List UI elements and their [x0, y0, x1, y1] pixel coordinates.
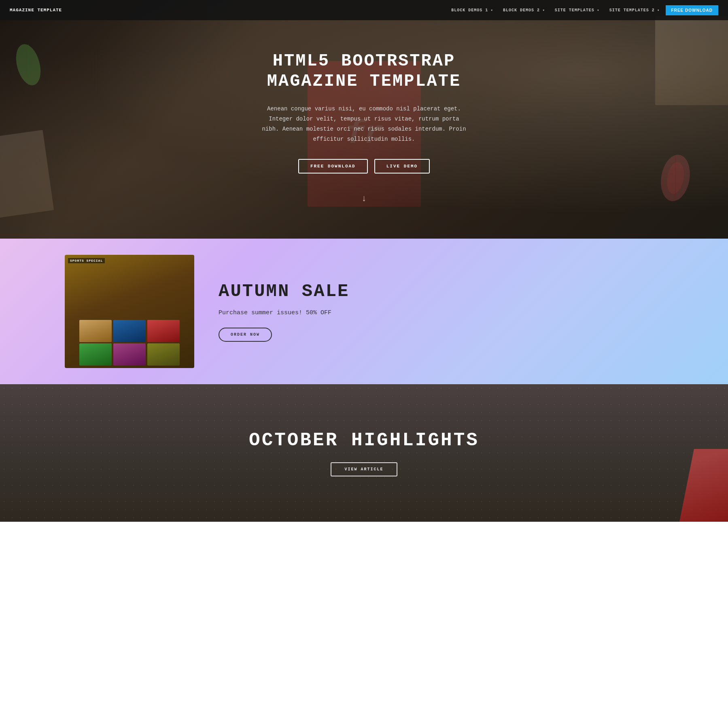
magazine-label: SPORTS SPECIAL	[68, 258, 105, 263]
brand-logo[interactable]: MAGAZINE TEMPLATE	[10, 8, 62, 13]
nav-block-demos-1[interactable]: BLOCK DEMOS 1	[447, 6, 497, 15]
navbar: MAGAZINE TEMPLATE BLOCK DEMOS 1 BLOCK DE…	[0, 0, 728, 20]
autumn-title: AUTUMN SALE	[219, 281, 663, 301]
hero-title: HTML5 BOOTRSTRAP MAGAZINE TEMPLATE	[223, 51, 506, 92]
mag-row-2	[67, 343, 192, 366]
navbar-links: BLOCK DEMOS 1 BLOCK DEMOS 2 SITE TEMPLAT…	[447, 5, 718, 15]
mag-item-5	[113, 343, 146, 366]
autumn-sale-section: SPORTS SPECIAL AUTUMN SALE Purchase summ…	[0, 239, 728, 384]
mag-item-4	[79, 343, 112, 366]
leaf-right-decoration	[655, 152, 696, 206]
hero-description: Aenean congue varius nisi, eu commodo ni…	[259, 104, 469, 145]
hero-free-download-button[interactable]: FREE DOWNLOAD	[298, 159, 368, 174]
mag-item-2	[113, 320, 146, 342]
view-article-button[interactable]: VIEW ARTICLE	[331, 462, 397, 476]
hero-section: fr HTML5 BOOTRSTRAP MAGAZINE TEMPLATE Ae…	[0, 0, 728, 239]
autumn-content: AUTUMN SALE Purchase summer issues! 50% …	[219, 281, 663, 342]
hero-buttons: FREE DOWNLOAD LIVE DEMO	[223, 159, 506, 174]
hero-deco-right	[655, 16, 728, 105]
magazine-stack	[65, 255, 194, 368]
leaf-left-decoration	[12, 40, 45, 91]
hero-scroll-arrow[interactable]: ↓	[223, 194, 506, 204]
mag-item-1	[79, 320, 112, 342]
mag-row-1	[67, 320, 192, 342]
october-section: OCTOBER HIGHLIGHTS VIEW ARTICLE	[0, 384, 728, 522]
nav-block-demos-2[interactable]: BLOCK DEMOS 2	[499, 6, 549, 15]
order-now-button[interactable]: ORDER NOW	[219, 328, 272, 342]
autumn-subtitle: Purchase summer issues! 50% OFF	[219, 309, 663, 316]
mag-item-6	[147, 343, 180, 366]
mag-item-3	[147, 320, 180, 342]
nav-site-templates-2[interactable]: SITE TEMPLATES 2	[605, 6, 664, 15]
hero-content: HTML5 BOOTRSTRAP MAGAZINE TEMPLATE Aenea…	[223, 51, 506, 204]
hero-live-demo-button[interactable]: LIVE DEMO	[374, 159, 430, 174]
october-content: OCTOBER HIGHLIGHTS VIEW ARTICLE	[249, 430, 479, 476]
nav-site-templates[interactable]: SITE TEMPLATES	[551, 6, 604, 15]
nav-free-download-button[interactable]: FREE DOWNLOAD	[666, 5, 718, 15]
autumn-image: SPORTS SPECIAL	[65, 255, 194, 368]
october-title: OCTOBER HIGHLIGHTS	[249, 430, 479, 451]
